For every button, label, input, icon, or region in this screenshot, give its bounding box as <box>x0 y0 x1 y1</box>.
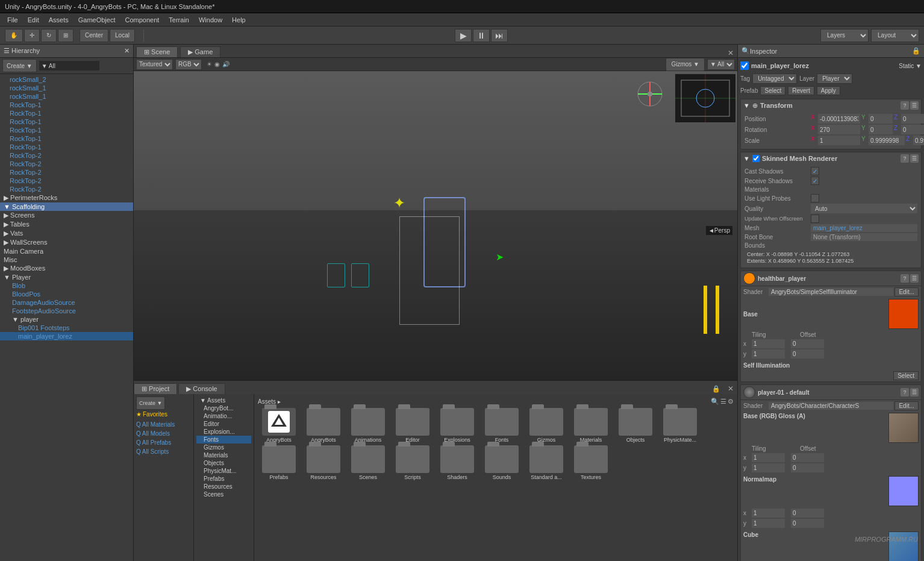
bottom-panel-close[interactable]: ✕ <box>724 383 737 394</box>
sidebar-assets-root[interactable]: ▼ Assets <box>196 396 251 404</box>
folder-editor[interactable]: Editor <box>392 408 434 443</box>
hierarchy-create[interactable]: Create ▼ <box>2 59 37 72</box>
fav-all-scripts[interactable]: Q All Scripts <box>136 447 191 456</box>
rgb-dropdown[interactable]: RGB <box>175 59 202 70</box>
smr-settings-icon[interactable]: ? <box>901 154 909 163</box>
mesh-value[interactable]: main_player_lorez <box>811 224 917 232</box>
update-offscreen-checkbox[interactable] <box>811 215 819 223</box>
sidebar-angrybots[interactable]: AngryBot... <box>196 404 251 412</box>
tiling-y-input[interactable] <box>752 349 785 359</box>
texture-preview-char[interactable] <box>888 413 919 443</box>
bottom-panel-lock[interactable]: 🔒 <box>708 384 724 394</box>
hand-tool[interactable]: ✋ <box>5 29 23 42</box>
list-item-vats[interactable]: ▶ Vats <box>0 229 133 238</box>
base2-tiling-x[interactable] <box>752 453 785 462</box>
tag-dropdown[interactable]: Untagged <box>752 74 797 84</box>
menu-edit[interactable]: Edit <box>23 15 44 25</box>
scale-y[interactable] <box>869 136 905 145</box>
project-create-button[interactable]: Create ▼ <box>136 396 165 410</box>
layout-dropdown[interactable]: Layout <box>871 29 919 42</box>
folder-shaders[interactable]: Shaders <box>436 445 478 480</box>
list-item-wallscreens[interactable]: ▶ WallScreens <box>0 238 133 247</box>
skinned-mesh-header[interactable]: ▼ Skinned Mesh Renderer ? ☰ <box>741 152 921 165</box>
menu-help[interactable]: Help <box>227 15 251 25</box>
render-mode-dropdown[interactable]: Textured <box>136 59 173 70</box>
hierarchy-search[interactable] <box>39 61 99 71</box>
list-item[interactable]: RockTop-2 <box>0 160 133 168</box>
list-item[interactable]: rockSmall_1 <box>0 84 133 92</box>
sidebar-resources[interactable]: Resources <box>196 483 251 490</box>
scale-z[interactable] <box>913 136 924 145</box>
scene-icon-3[interactable]: 🔊 <box>222 61 229 67</box>
scene-close[interactable]: ✕ <box>728 49 734 57</box>
list-item-bloodpos[interactable]: BloodPos <box>0 290 133 298</box>
smr-menu-icon[interactable]: ☰ <box>910 154 919 163</box>
mat1-settings-icon[interactable]: ? <box>901 274 909 283</box>
local-button[interactable]: Local <box>110 29 135 42</box>
scale-tool[interactable]: ⊞ <box>58 29 73 42</box>
menu-component[interactable]: Component <box>120 15 164 25</box>
folder-materials[interactable]: Materials <box>570 408 612 443</box>
folder-sounds[interactable]: Sounds <box>481 445 523 480</box>
list-item-bip001[interactable]: Bip001 Footsteps <box>0 324 133 332</box>
settings-icon[interactable]: ⚙ <box>728 398 734 406</box>
folder-angrybots[interactable]: AngryBots <box>302 408 345 443</box>
search-icon[interactable]: 🔍 <box>711 398 719 406</box>
layers-dropdown[interactable]: Layers <box>820 29 869 42</box>
scene-icon-2[interactable]: ◉ <box>214 61 220 67</box>
transform-header[interactable]: ▼ ⊕ Transform ? ☰ <box>741 99 921 111</box>
list-item-damage-audio[interactable]: DamageAudioSource <box>0 298 133 307</box>
folder-textures[interactable]: Textures <box>570 445 612 480</box>
list-item-perimeter-rocks[interactable]: ▶ PerimeterRocks <box>0 193 133 202</box>
position-x[interactable] <box>818 114 860 124</box>
hierarchy-close[interactable]: ✕ <box>124 47 130 55</box>
folder-objects[interactable]: Objects <box>614 408 657 443</box>
play-button[interactable]: ▶ <box>455 29 472 42</box>
folder-animations[interactable]: Animations <box>347 408 389 443</box>
folder-physicmate[interactable]: PhysicMate... <box>659 408 701 443</box>
list-item-tables[interactable]: ▶ Tables <box>0 220 133 229</box>
folder-resources[interactable]: Resources <box>302 445 345 480</box>
fav-all-prefabs[interactable]: Q All Prefabs <box>136 438 191 447</box>
transform-menu-icon[interactable]: ☰ <box>910 101 919 110</box>
folder-scenes[interactable]: Scenes <box>347 445 389 480</box>
list-item-blob[interactable]: Blob <box>0 281 133 290</box>
nm-tiling-x[interactable] <box>752 509 785 518</box>
sidebar-editor[interactable]: Editor <box>196 420 251 428</box>
move-tool[interactable]: ✛ <box>24 29 40 42</box>
folder-angrybots-unity[interactable]: AngryBots <box>258 408 300 443</box>
fav-all-models[interactable]: Q All Models <box>136 429 191 438</box>
object-active-checkbox[interactable] <box>740 61 749 70</box>
tab-project[interactable]: ⊞ Project <box>134 383 177 394</box>
smr-enabled-checkbox[interactable] <box>752 155 760 162</box>
list-item[interactable]: RockTop-1 <box>0 126 133 134</box>
receive-shadows-checkbox[interactable]: ✓ <box>811 177 819 185</box>
nm-offset-y[interactable] <box>791 519 824 528</box>
nm-offset-x[interactable] <box>791 509 824 518</box>
sidebar-animations[interactable]: Animatio... <box>196 412 251 420</box>
rotation-z[interactable] <box>901 125 924 134</box>
list-item[interactable]: RockTop-1 <box>0 118 133 126</box>
mat2-menu-icon[interactable]: ☰ <box>910 388 919 396</box>
persp-label[interactable]: ◄Persp <box>706 226 732 235</box>
sidebar-gizmos[interactable]: Gizmos <box>196 443 251 451</box>
root-bone-value[interactable]: None (Transform) <box>811 233 917 241</box>
filter-icon[interactable]: ☰ <box>720 398 726 406</box>
list-item-main-camera[interactable]: Main Camera <box>0 247 133 255</box>
mat1-menu-icon[interactable]: ☰ <box>910 274 919 283</box>
folder-prefabs[interactable]: Prefabs <box>258 445 300 480</box>
sidebar-scenes[interactable]: Scenes <box>196 490 251 498</box>
scene-view[interactable]: ◄Persp ✦ <box>134 71 737 380</box>
scale-x[interactable] <box>818 136 860 145</box>
shader2-edit-button[interactable]: Edit... <box>894 401 919 410</box>
gizmos-button[interactable]: Gizmos ▼ <box>666 58 705 71</box>
static-dropdown-icon[interactable]: ▼ <box>916 63 922 69</box>
use-light-probes-checkbox[interactable] <box>811 194 819 202</box>
base2-tiling-y[interactable] <box>752 463 785 472</box>
list-item-misc[interactable]: Misc <box>0 255 133 264</box>
base2-offset-y[interactable] <box>791 463 824 472</box>
sidebar-explosions[interactable]: Explosion... <box>196 428 251 436</box>
list-item[interactable]: RockTop-1 <box>0 134 133 143</box>
list-item[interactable]: RockTop-2 <box>0 177 133 185</box>
list-item[interactable]: RockTop-1 <box>0 109 133 118</box>
